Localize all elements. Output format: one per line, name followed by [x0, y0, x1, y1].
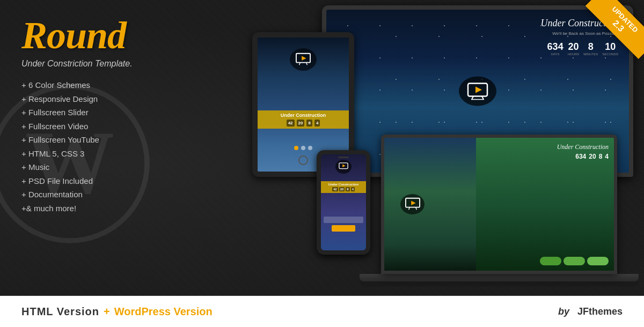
brand-subtitle: Under Constriction Template. — [21, 59, 193, 69]
phone-uc-banner: Under Construction 42 20 8 4 — [321, 181, 366, 193]
laptop-days: 634 — [575, 153, 586, 160]
days-value: 634 — [547, 41, 564, 53]
laptop-minutes: 8 — [599, 153, 603, 160]
tablet-tv-icon — [290, 48, 317, 71]
phone-days: 42 — [332, 187, 338, 191]
svg-marker-16 — [411, 200, 415, 205]
svg-marker-10 — [302, 56, 306, 60]
feature-item: + PSD File Included — [21, 174, 193, 188]
phone-tv-icon — [335, 160, 352, 174]
laptop-btn-3[interactable] — [587, 257, 609, 265]
tablet-dot — [294, 146, 298, 150]
phone-countdown: 42 20 8 4 — [324, 187, 363, 191]
tablet-uc-title: Under Construction — [262, 113, 345, 118]
laptop-content-right: Under Construction 634 20 8 4 — [557, 143, 609, 160]
tablet-hours: 20 — [297, 120, 305, 127]
laptop-btn-2[interactable] — [564, 257, 585, 265]
tablet-dot — [301, 146, 305, 150]
laptop-countdown: 634 20 8 4 — [557, 153, 609, 160]
left-panel: Round Under Constriction Template. + 6 C… — [21, 16, 193, 215]
phone-seconds: 4 — [351, 187, 355, 191]
phone-screen: Under Construction 42 20 8 4 — [321, 154, 366, 250]
countdown-days: 634 DAYS — [547, 41, 564, 56]
phone-speaker — [338, 157, 349, 158]
laptop-hours: 20 — [589, 153, 596, 160]
laptop-action-buttons — [540, 257, 609, 265]
laptop-base — [360, 274, 639, 281]
laptop-seconds: 4 — [605, 153, 609, 160]
features-list: + 6 Color Schemes + Responsive Design + … — [21, 78, 193, 215]
feature-item: + 6 Color Schemes — [21, 78, 193, 92]
bottom-left: HTML Version + WordPress Version — [21, 306, 213, 318]
laptop-btn-1[interactable] — [540, 257, 561, 265]
phone-minutes: 8 — [346, 187, 349, 191]
phone-uc-title: Under Construction — [324, 183, 363, 186]
tablet-minutes: 8 — [306, 120, 312, 127]
phone-frame: Under Construction 42 20 8 4 — [317, 150, 370, 255]
main-container: W Round Under Constriction Template. + 6… — [0, 0, 644, 327]
phone-hours: 20 — [339, 187, 345, 191]
phone-mockup: Under Construction 42 20 8 4 — [317, 150, 370, 255]
tablet-countdown: 42 20 8 4 — [262, 120, 345, 127]
feature-item: + Documentation — [21, 188, 193, 202]
feature-item: +& much more! — [21, 202, 193, 215]
feature-item: + HTML 5, CSS 3 — [21, 147, 193, 161]
feature-item: + Fullscreen YouTube — [21, 133, 193, 147]
updated-badge-inner: UPDATED 2.3 — [586, 0, 644, 59]
monitor-tv-icon — [459, 77, 496, 106]
updated-badge: UPDATED 2.3 — [574, 0, 644, 70]
feature-item: + Fullscreen Video — [21, 120, 193, 133]
laptop-screen: Under Construction 634 20 8 4 — [384, 138, 614, 271]
phone-btn-mock — [332, 225, 355, 232]
laptop-keyboard — [360, 281, 639, 287]
tablet-uc-banner: Under Construction 42 20 8 4 — [258, 110, 349, 129]
tablet-days: 42 — [287, 120, 295, 127]
tablet-home-button[interactable] — [298, 155, 308, 165]
brand-title: Round — [21, 16, 193, 55]
by-label: by — [558, 306, 569, 317]
svg-marker-6 — [475, 86, 482, 93]
plus-sign: + — [104, 306, 110, 318]
laptop-tv-icon — [400, 194, 425, 214]
laptop-uc-title: Under Construction — [557, 143, 609, 151]
feature-item: + Responsive Design — [21, 92, 193, 106]
bottom-bar: HTML Version + WordPress Version by JFth… — [0, 296, 644, 327]
feature-item: + Fullscreen Slider — [21, 106, 193, 120]
phone-input-mock — [324, 217, 363, 223]
html-version-label: HTML Version — [21, 306, 99, 318]
days-label: DAYS — [547, 53, 564, 56]
feature-item: + Music — [21, 160, 193, 174]
phone-content-lower — [321, 214, 366, 234]
svg-marker-12 — [342, 165, 345, 167]
laptop-mockup: Under Construction 634 20 8 4 — [360, 135, 639, 287]
tablet-seconds: 4 — [314, 120, 320, 127]
author-name: JFthemes — [577, 306, 623, 317]
tablet-dots — [294, 146, 312, 150]
wp-version-label: WordPress Version — [114, 306, 213, 318]
bottom-right: by JFthemes — [558, 306, 623, 317]
laptop-screen-area: Under Construction 634 20 8 4 — [381, 135, 617, 274]
tablet-dot — [308, 146, 312, 150]
